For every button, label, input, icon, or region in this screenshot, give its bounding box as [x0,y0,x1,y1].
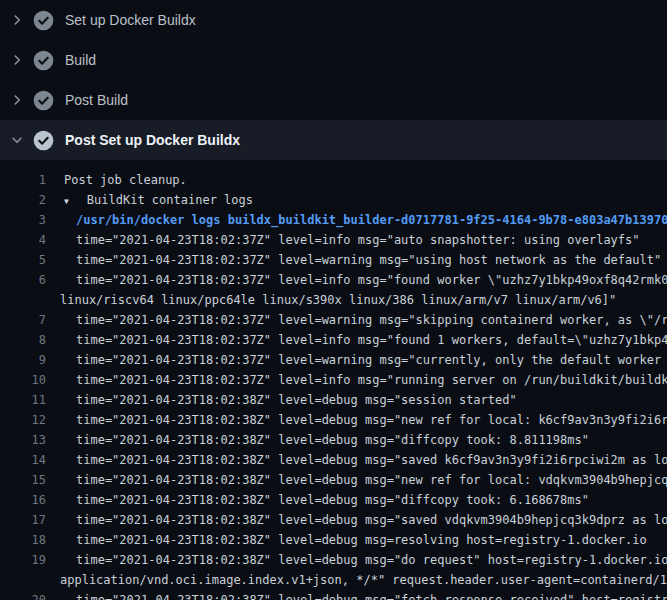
log-text: time="2021-04-23T18:02:38Z" level=debug … [58,590,667,600]
log-text: time="2021-04-23T18:02:38Z" level=debug … [58,430,589,450]
line-number[interactable]: 10 [0,370,46,390]
line-number[interactable]: 19 [0,550,46,570]
log-text: time="2021-04-23T18:02:38Z" level=debug … [58,390,517,410]
group-toggle-icon[interactable]: ▼ [64,192,69,210]
line-number[interactable]: 1 [0,170,46,190]
log-line: 17 time="2021-04-23T18:02:38Z" level=deb… [0,510,667,530]
log-text: time="2021-04-23T18:02:38Z" level=debug … [58,450,667,470]
line-number[interactable]: 16 [0,490,46,510]
line-number[interactable]: 20 [0,590,46,600]
line-number[interactable]: 6 [0,270,46,290]
line-number[interactable]: 8 [0,330,46,350]
log-line: 9 time="2021-04-23T18:02:37Z" level=warn… [0,350,667,370]
line-number[interactable]: 13 [0,430,46,450]
log-line: 1 Post job cleanup. [0,170,667,190]
log-text: Post job cleanup. [58,170,187,190]
section-row-set-up-docker-buildx[interactable]: Set up Docker Buildx [0,0,667,40]
section-row-build[interactable]: Build [0,40,667,80]
line-number[interactable]: 12 [0,410,46,430]
log-text: time="2021-04-23T18:02:38Z" level=debug … [58,410,667,430]
log-line: 20 time="2021-04-23T18:02:38Z" level=deb… [0,590,667,600]
log-line: 5 time="2021-04-23T18:02:37Z" level=warn… [0,250,667,270]
log-line: 19 time="2021-04-23T18:02:38Z" level=deb… [0,550,667,570]
check-circle-icon [33,10,54,31]
log-line: 12 time="2021-04-23T18:02:38Z" level=deb… [0,410,667,430]
log-text: time="2021-04-23T18:02:37Z" level=info m… [58,330,667,350]
line-number[interactable]: 14 [0,450,46,470]
job-steps-panel: Set up Docker Buildx Build P [0,0,667,600]
line-number[interactable]: 3 [0,210,46,230]
log-line: 2 ▼BuildKit container logs [0,190,667,210]
log-text: application/vnd.oci.image.index.v1+json,… [58,570,667,590]
section-label: Build [65,52,96,68]
log-text: linux/riscv64 linux/ppc64le linux/s390x … [58,290,616,310]
line-number[interactable]: 17 [0,510,46,530]
line-number[interactable]: 5 [0,250,46,270]
log-viewer: 1 Post job cleanup. 2 ▼BuildKit containe… [0,160,667,600]
log-text: time="2021-04-23T18:02:38Z" level=debug … [58,490,589,510]
log-text: time="2021-04-23T18:02:37Z" level=warnin… [58,350,667,370]
section-label: Post Build [65,92,128,108]
line-number[interactable]: 18 [0,530,46,550]
log-text: time="2021-04-23T18:02:38Z" level=debug … [58,470,667,490]
log-line: 8 time="2021-04-23T18:02:37Z" level=info… [0,330,667,350]
log-line: linux/riscv64 linux/ppc64le linux/s390x … [0,290,667,310]
log-line: 10 time="2021-04-23T18:02:37Z" level=inf… [0,370,667,390]
line-number[interactable]: 7 [0,310,46,330]
line-number[interactable]: 9 [0,350,46,370]
log-line: 6 time="2021-04-23T18:02:37Z" level=info… [0,270,667,290]
section-row-post-set-up-docker-buildx[interactable]: Post Set up Docker Buildx [0,120,667,160]
log-line: 14 time="2021-04-23T18:02:38Z" level=deb… [0,450,667,470]
section-label: Post Set up Docker Buildx [65,132,240,148]
log-text: time="2021-04-23T18:02:37Z" level=info m… [58,230,640,250]
log-line: 13 time="2021-04-23T18:02:38Z" level=deb… [0,430,667,450]
log-text: time="2021-04-23T18:02:37Z" level=warnin… [58,250,661,270]
chevron-icon[interactable] [10,53,24,67]
log-line: application/vnd.oci.image.index.v1+json,… [0,570,667,590]
chevron-icon[interactable] [10,13,24,27]
line-number[interactable]: 15 [0,470,46,490]
line-number[interactable]: 2 [0,190,46,210]
log-line: 15 time="2021-04-23T18:02:38Z" level=deb… [0,470,667,490]
log-line: 4 time="2021-04-23T18:02:37Z" level=info… [0,230,667,250]
log-text: time="2021-04-23T18:02:38Z" level=debug … [58,510,667,530]
log-text: /usr/bin/docker logs buildx_buildkit_bui… [58,210,667,230]
check-circle-icon [33,90,54,111]
log-line: 3 /usr/bin/docker logs buildx_buildkit_b… [0,210,667,230]
line-number[interactable]: 4 [0,230,46,250]
log-text: time="2021-04-23T18:02:37Z" level=warnin… [58,310,667,330]
check-circle-icon [33,130,54,151]
log-text: BuildKit container logs [87,190,253,210]
log-text: time="2021-04-23T18:02:38Z" level=debug … [58,550,667,570]
line-number[interactable]: 11 [0,390,46,410]
log-line: 7 time="2021-04-23T18:02:37Z" level=warn… [0,310,667,330]
log-line: 16 time="2021-04-23T18:02:38Z" level=deb… [0,490,667,510]
log-text: time="2021-04-23T18:02:38Z" level=debug … [58,530,647,550]
log-line: 11 time="2021-04-23T18:02:38Z" level=deb… [0,390,667,410]
step-sections: Set up Docker Buildx Build P [0,0,667,160]
log-text: time="2021-04-23T18:02:37Z" level=info m… [58,270,667,290]
check-circle-icon [33,50,54,71]
chevron-icon[interactable] [10,93,24,107]
log-text: time="2021-04-23T18:02:37Z" level=info m… [58,370,667,390]
log-line: 18 time="2021-04-23T18:02:38Z" level=deb… [0,530,667,550]
section-label: Set up Docker Buildx [65,12,196,28]
section-row-post-build[interactable]: Post Build [0,80,667,120]
chevron-icon[interactable] [10,133,24,147]
